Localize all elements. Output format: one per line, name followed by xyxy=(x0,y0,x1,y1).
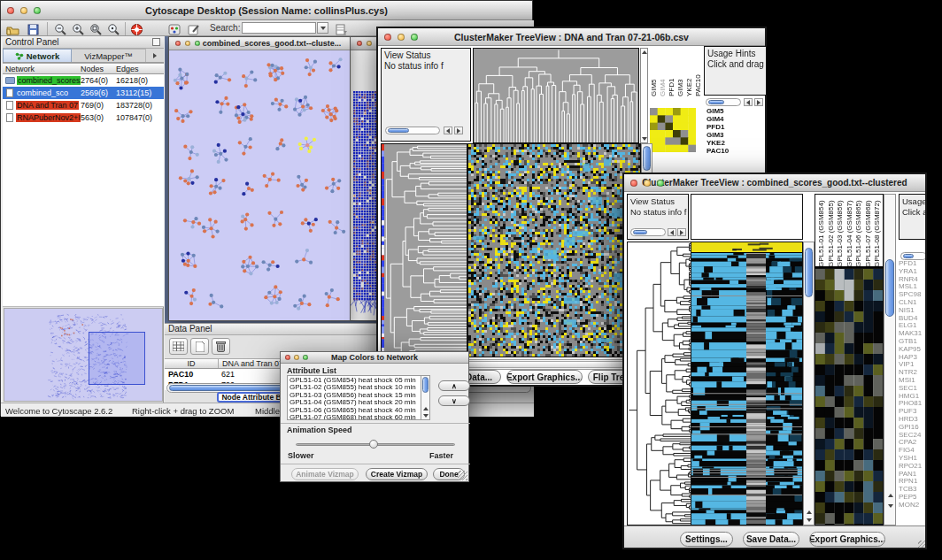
vscroll-thumb[interactable] xyxy=(643,146,651,171)
move-down-button[interactable]: ∨ xyxy=(438,395,470,406)
gene-label[interactable]: MON2 xyxy=(899,502,927,510)
toolbar-separator xyxy=(125,22,126,35)
resize-grip[interactable] xyxy=(458,471,467,480)
window-float-icon[interactable] xyxy=(152,38,160,46)
tab-overflow-arrow[interactable] xyxy=(146,49,164,62)
main-titlebar[interactable]: Cytoscape Desktop (Session Name: collins… xyxy=(1,1,532,20)
hscroll-thumb[interactable] xyxy=(903,254,914,258)
scroll-right-icon[interactable] xyxy=(754,98,763,106)
minimize-icon[interactable] xyxy=(367,41,372,46)
minimize-icon[interactable] xyxy=(644,180,651,187)
zoom-out-icon[interactable] xyxy=(52,22,69,37)
new-document-icon[interactable] xyxy=(190,338,209,355)
gene-list-scrollbar[interactable] xyxy=(884,194,896,525)
usage-scrollbar[interactable] xyxy=(706,98,741,106)
network-list-row[interactable]: combined_scores 2764(0) 16218(0) xyxy=(3,74,164,87)
network-list-row[interactable]: DNA and Tran 07 769(0) 183728(0) xyxy=(3,99,164,111)
zoom-window-icon[interactable] xyxy=(411,34,418,41)
zoom-window-icon[interactable] xyxy=(657,180,664,187)
scroll-left-icon[interactable] xyxy=(744,98,753,106)
vscroll-thumb[interactable] xyxy=(805,248,813,297)
filter-table-icon[interactable] xyxy=(333,22,350,37)
close-icon[interactable] xyxy=(630,180,637,187)
open-folder-icon[interactable] xyxy=(4,22,21,37)
network-list-row[interactable]: combined_sco 2569(6) 13112(15) xyxy=(3,87,164,99)
zoom-in-icon[interactable] xyxy=(70,22,87,37)
overview-viewport-rect[interactable] xyxy=(89,332,145,385)
status-scrollbar[interactable] xyxy=(385,127,440,134)
zoom-window-icon[interactable] xyxy=(34,7,41,14)
tab-network[interactable]: Network xyxy=(3,49,72,62)
scroll-right-icon[interactable] xyxy=(454,127,463,134)
move-up-button[interactable]: ∧ xyxy=(438,380,470,391)
scroll-left-icon[interactable] xyxy=(444,127,452,134)
treeview-dna-titlebar[interactable]: ClusterMaker TreeView : DNA and Tran 07-… xyxy=(378,28,765,46)
status-zoom-hint: Right-click + drag to ZOOM xyxy=(132,406,234,416)
summary-heatmap[interactable] xyxy=(650,108,696,152)
column-dendrogram-area[interactable] xyxy=(691,194,803,240)
close-icon[interactable] xyxy=(384,34,391,41)
column-dendrogram[interactable] xyxy=(473,48,639,143)
trash-icon[interactable] xyxy=(212,338,230,355)
scroll-right-icon[interactable] xyxy=(677,228,686,236)
treeview-combined-titlebar[interactable]: ClusterMaker TreeView : combined_scores_… xyxy=(624,174,925,192)
close-icon[interactable] xyxy=(7,7,14,14)
status-scrollbar[interactable] xyxy=(630,228,666,236)
settings-button[interactable]: Settings... xyxy=(680,532,733,547)
speed-slider-thumb[interactable] xyxy=(369,440,378,449)
scroll-left-icon[interactable] xyxy=(668,228,676,236)
close-icon[interactable] xyxy=(175,41,181,46)
table-grid-icon[interactable] xyxy=(169,338,188,355)
minimize-icon[interactable] xyxy=(294,355,299,360)
col-header-network[interactable]: Network xyxy=(3,65,81,73)
row-dendrogram[interactable] xyxy=(627,242,691,525)
search-input[interactable] xyxy=(242,22,316,34)
close-icon[interactable] xyxy=(285,355,290,360)
vscroll-thumb[interactable] xyxy=(885,259,894,317)
minimize-icon[interactable] xyxy=(20,7,27,14)
attribute-listbox[interactable]: GPL51-01 (GSM854) heat shock 05 minGPL51… xyxy=(287,375,430,420)
list-scrollbar[interactable] xyxy=(421,376,429,419)
attribute-list-item[interactable]: GPL51-07 (GSM868) heat shock 60 min xyxy=(290,414,429,420)
hscroll-thumb[interactable] xyxy=(708,100,724,104)
attribute-list-label: Attribute List xyxy=(287,366,336,375)
col-header-nodes[interactable]: Nodes xyxy=(81,65,116,73)
main-heatmap[interactable] xyxy=(467,143,641,357)
network-graph-view[interactable] xyxy=(169,50,350,320)
row-dendrogram[interactable] xyxy=(381,143,467,357)
main-heatmap[interactable] xyxy=(691,242,803,525)
annotation-icon[interactable] xyxy=(185,22,202,37)
column-scroll-strip[interactable] xyxy=(640,48,648,143)
usage-scrollbar[interactable] xyxy=(900,252,927,260)
minimize-icon[interactable] xyxy=(185,41,190,46)
vizmapper-icon[interactable] xyxy=(166,22,182,37)
hscroll-thumb[interactable] xyxy=(388,128,409,133)
search-dropdown-icon[interactable] xyxy=(317,22,328,34)
tab-vizmapper[interactable]: VizMapper™ xyxy=(72,49,146,62)
network-list-row[interactable]: RNAPuberNov2+I 563(0) 107847(0) xyxy=(3,111,164,124)
minimize-icon[interactable] xyxy=(398,34,405,41)
hscroll-thumb[interactable] xyxy=(633,230,647,234)
vscroll-thumb[interactable] xyxy=(422,377,429,393)
export-graphics-button[interactable]: Export Graphics... xyxy=(506,370,583,384)
zoom-selected-icon[interactable] xyxy=(88,22,104,37)
save-icon[interactable] xyxy=(25,22,42,37)
col-header-edges[interactable]: Edges xyxy=(116,65,164,73)
dialog-titlebar[interactable]: Map Colors to Network xyxy=(281,352,468,364)
heatmap-vscrollbar[interactable] xyxy=(803,242,815,525)
zoom-window-icon[interactable] xyxy=(303,355,308,360)
summary-row-label: GIM3 xyxy=(706,131,729,139)
network-overview[interactable] xyxy=(4,308,163,402)
export-graphics-button[interactable]: Export Graphics... xyxy=(809,532,885,547)
close-icon[interactable] xyxy=(357,41,362,46)
control-panel-header: Control Panel xyxy=(3,36,164,49)
save-data-button[interactable]: Save Data... xyxy=(743,532,799,547)
help-lifesaver-icon[interactable] xyxy=(128,22,145,37)
create-vizmap-button[interactable]: Create Vizmap xyxy=(366,468,428,480)
resize-grip[interactable] xyxy=(918,541,927,549)
animate-vizmap-button[interactable]: Animate Vizmap xyxy=(291,468,359,480)
zoom-heatmap[interactable] xyxy=(815,268,884,525)
col-header-id[interactable]: ID xyxy=(165,359,218,368)
zoom-window-icon[interactable] xyxy=(195,41,200,46)
zoom-actual-icon[interactable] xyxy=(105,22,122,37)
